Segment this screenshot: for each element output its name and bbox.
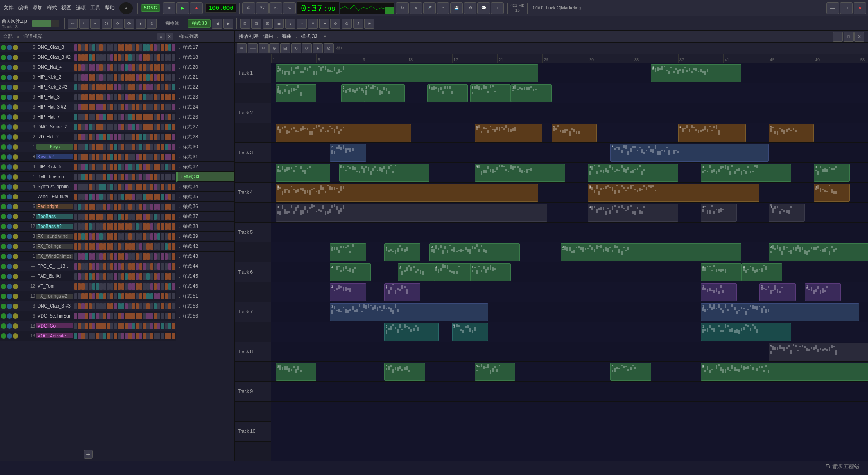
mini-pad[interactable] [85,303,88,309]
mini-pad[interactable] [139,134,142,140]
tb-prev-pattern[interactable]: ◀ [212,19,222,28]
pattern-item[interactable]: ♩样式 39 [176,232,234,242]
mini-pad[interactable] [107,104,110,110]
mini-pad[interactable] [143,124,146,130]
mini-pad[interactable] [74,233,77,240]
mini-pad[interactable] [107,44,110,51]
mini-pad[interactable] [143,323,146,329]
mini-pad[interactable] [157,233,160,240]
mini-pad[interactable] [107,174,110,180]
mini-pad[interactable] [150,94,153,100]
mini-pad[interactable] [172,273,175,280]
mini-pad[interactable] [146,154,150,160]
mini-pad[interactable] [89,313,92,319]
pattern-item[interactable]: ♩样式 18 [176,52,234,62]
mini-pad[interactable] [74,44,77,51]
timeline-track[interactable]: 3333 [271,322,868,342]
mini-pad[interactable] [103,154,106,160]
timeline-track[interactable]: 🔒 [271,223,868,242]
mini-pad[interactable] [154,104,157,110]
mini-pad[interactable] [165,84,168,90]
mini-pad[interactable] [132,214,135,220]
mini-pad[interactable] [157,214,160,220]
mini-pad[interactable] [78,114,81,120]
tb-select[interactable]: ↖ [79,19,89,28]
mini-pad[interactable] [125,174,128,180]
mini-pad[interactable] [139,164,142,170]
mini-pad[interactable] [132,74,135,81]
mini-pad[interactable] [99,333,103,339]
tb-zoom[interactable]: ⟳ [113,19,123,28]
pattern-block[interactable]: 3 [701,303,859,321]
mini-pad[interactable] [110,303,113,309]
mini-pad[interactable] [139,104,142,110]
mini-pad[interactable] [103,174,106,180]
mini-pad[interactable] [136,84,139,90]
mini-pad[interactable] [150,233,153,240]
tb-f[interactable]: ↔ [297,19,307,28]
mini-pad[interactable] [78,204,81,210]
mini-pad[interactable] [143,44,146,51]
mini-pad[interactable] [107,283,110,290]
mini-pad[interactable] [78,303,81,309]
mini-pad[interactable] [96,174,99,180]
mini-pad[interactable] [146,333,150,339]
mini-pad[interactable] [81,104,85,110]
mini-pad[interactable] [128,164,132,170]
mini-pad[interactable] [146,263,150,270]
mini-pad[interactable] [74,124,77,130]
mini-pad[interactable] [154,323,157,329]
mini-pad[interactable] [128,114,132,120]
mini-pad[interactable] [81,293,85,299]
mini-pad[interactable] [161,313,164,319]
mini-pad[interactable] [136,303,139,309]
mini-pad[interactable] [89,64,92,71]
pattern-item[interactable]: ♩样式 51 [176,291,234,301]
mini-pad[interactable] [85,323,88,329]
mini-pad[interactable] [114,293,117,299]
mini-pad[interactable] [157,54,160,61]
mini-pad[interactable] [143,74,146,81]
mini-pad[interactable] [99,104,103,110]
mini-pad[interactable] [114,233,117,240]
mini-pad[interactable] [172,283,175,290]
mini-pad[interactable] [150,114,153,120]
mini-pad[interactable] [121,154,124,160]
mini-pad[interactable] [146,84,150,90]
mini-pad[interactable] [154,44,157,51]
mini-pad[interactable] [92,134,95,140]
mini-pad[interactable] [78,184,81,190]
mini-pad[interactable] [136,214,139,220]
mini-pad[interactable] [139,263,142,270]
mini-pad[interactable] [125,184,128,190]
mini-pad[interactable] [125,44,128,51]
pattern-block[interactable]: 3 [814,164,850,182]
mini-pad[interactable] [110,204,113,210]
mini-pad[interactable] [110,84,113,90]
playlist-close[interactable]: ✕ [854,32,864,42]
mini-pad[interactable] [157,44,160,51]
mini-pad[interactable] [81,273,85,280]
mini-pad[interactable] [92,114,95,120]
mini-pad[interactable] [99,84,103,90]
mini-pad[interactable] [161,114,164,120]
mini-pad[interactable] [157,144,160,150]
mini-pad[interactable] [172,184,175,190]
mini-pad[interactable] [103,94,106,100]
mute-btn[interactable] [1,304,6,309]
mini-pad[interactable] [150,243,153,250]
mini-pad[interactable] [110,253,113,260]
mini-pad[interactable] [146,44,150,51]
mini-pad[interactable] [78,84,81,90]
mute-btn[interactable] [1,45,6,50]
mini-pad[interactable] [96,214,99,220]
pattern-block[interactable]: 3 [701,164,791,182]
mini-pad[interactable] [92,194,95,200]
pattern-block[interactable]: 3 [511,84,552,102]
mini-pad[interactable] [99,194,103,200]
mini-pad[interactable] [96,134,99,140]
mini-pad[interactable] [165,74,168,81]
mini-pad[interactable] [78,134,81,140]
mini-pad[interactable] [96,64,99,71]
mini-pad[interactable] [99,263,103,270]
